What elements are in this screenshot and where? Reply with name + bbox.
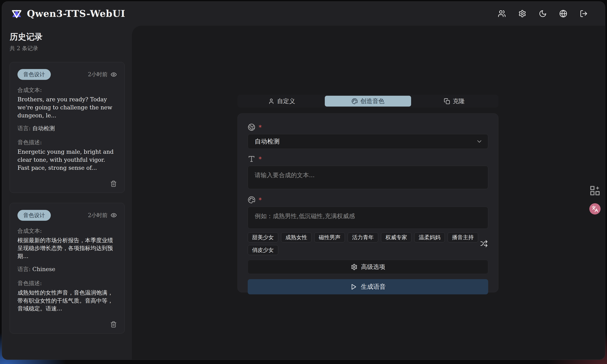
voice-tag-row: 甜美少女 成熟女性 磁性男声 活力青年 权威专家 温柔妈妈 播音主持 俏皮少女 bbox=[248, 232, 488, 255]
language-label: 语言: bbox=[17, 125, 30, 132]
tab-label: 克隆 bbox=[453, 97, 465, 105]
history-time: 2小时前 bbox=[88, 212, 108, 219]
voice-desc-input[interactable] bbox=[248, 207, 488, 229]
translate-button[interactable] bbox=[589, 203, 601, 215]
required-asterisk: * bbox=[259, 155, 262, 163]
copy-icon bbox=[444, 98, 450, 104]
mode-tabs: 自定义 创造音色 克隆 bbox=[238, 95, 498, 107]
logout-icon[interactable] bbox=[579, 9, 588, 18]
app-window: Qwen3-TTS-WebUI bbox=[2, 2, 605, 360]
language-value: Chinese bbox=[32, 266, 55, 273]
topbar-actions bbox=[497, 9, 588, 18]
generate-speech-label: 生成语音 bbox=[361, 283, 386, 291]
gear-icon bbox=[351, 264, 357, 270]
voice-desc-field-label: * bbox=[248, 195, 488, 204]
voice-desc-value: Energetic young male, bright and clear t… bbox=[17, 148, 117, 172]
voice-tag-chip[interactable]: 俏皮少女 bbox=[248, 245, 278, 255]
tab-label: 自定义 bbox=[277, 97, 295, 105]
history-card[interactable]: 音色设计 2小时前 合成文本: 根据最新的市场分析报告，本季度业绩呈现稳步增长态… bbox=[10, 203, 125, 334]
components-sparkle-icon[interactable] bbox=[589, 185, 601, 196]
history-badge: 音色设计 bbox=[17, 210, 51, 221]
eye-icon[interactable] bbox=[111, 71, 117, 78]
play-icon bbox=[350, 284, 357, 290]
tab-label: 创造音色 bbox=[360, 97, 385, 105]
translate-icon bbox=[592, 206, 598, 212]
globe-icon[interactable] bbox=[559, 9, 568, 18]
shuffle-icon[interactable] bbox=[480, 240, 488, 248]
history-badge: 音色设计 bbox=[17, 69, 51, 80]
app-logo-icon bbox=[11, 8, 23, 19]
language-select-value: 自动检测 bbox=[255, 137, 280, 146]
settings-icon[interactable] bbox=[518, 9, 527, 18]
brand: Qwen3-TTS-WebUI bbox=[11, 8, 125, 19]
voice-tag-chip[interactable]: 权威专家 bbox=[381, 232, 411, 242]
voice-desc-label: 音色描述: bbox=[17, 139, 117, 146]
chevron-down-icon bbox=[476, 138, 483, 145]
text-field-label: * bbox=[248, 155, 488, 163]
history-sidebar: 历史记录 共 2 条记录 音色设计 2小时前 合成文本: Brothers, a… bbox=[2, 26, 132, 360]
tab-create-voice[interactable]: 创造音色 bbox=[325, 96, 411, 106]
language-label: 语言: bbox=[17, 266, 30, 273]
topbar: Qwen3-TTS-WebUI bbox=[2, 2, 605, 26]
users-icon[interactable] bbox=[497, 9, 506, 18]
generate-speech-button[interactable]: 生成语音 bbox=[248, 279, 488, 294]
tts-form: * 自动检测 * * bbox=[238, 113, 498, 292]
earth-icon bbox=[248, 123, 255, 131]
voice-desc-label: 音色描述: bbox=[17, 280, 117, 287]
voice-tag-chip[interactable]: 成熟女性 bbox=[281, 232, 312, 242]
advanced-options-label: 高级选项 bbox=[361, 263, 385, 271]
voice-tag-chip[interactable]: 磁性男声 bbox=[314, 232, 345, 242]
palette-icon bbox=[352, 98, 358, 104]
required-asterisk: * bbox=[259, 123, 262, 131]
voice-tags: 甜美少女 成熟女性 磁性男声 活力青年 权威专家 温柔妈妈 播音主持 俏皮少女 bbox=[248, 232, 478, 255]
history-time: 2小时前 bbox=[88, 71, 108, 78]
language-select[interactable]: 自动检测 bbox=[248, 134, 488, 149]
voice-tag-chip[interactable]: 活力青年 bbox=[348, 232, 378, 242]
trash-icon[interactable] bbox=[110, 180, 117, 187]
tab-custom[interactable]: 自定义 bbox=[238, 96, 325, 106]
synth-text-label: 合成文本: bbox=[17, 227, 117, 235]
dark-mode-moon-icon[interactable] bbox=[538, 9, 547, 18]
voice-tag-chip[interactable]: 温柔妈妈 bbox=[414, 232, 445, 242]
synth-text-label: 合成文本: bbox=[17, 86, 117, 94]
tab-clone[interactable]: 克隆 bbox=[411, 96, 497, 106]
voice-desc-value: 成熟知性的女性声音，音色温润饱满，带有职业女性的干练气质。音高中等，音域稳定。语… bbox=[17, 289, 117, 313]
app-title: Qwen3-TTS-WebUI bbox=[27, 8, 125, 19]
history-title: 历史记录 bbox=[10, 31, 132, 42]
advanced-options-button[interactable]: 高级选项 bbox=[248, 260, 488, 274]
main-panel: 自定义 创造音色 克隆 * bbox=[132, 26, 605, 360]
synthesis-text-input[interactable] bbox=[248, 166, 488, 189]
language-field-label: * bbox=[248, 123, 488, 132]
required-asterisk: * bbox=[259, 196, 262, 204]
voice-tag-chip[interactable]: 播音主持 bbox=[448, 232, 478, 242]
history-card[interactable]: 音色设计 2小时前 合成文本: Brothers, are you ready?… bbox=[10, 62, 125, 193]
language-value: 自动检测 bbox=[32, 125, 55, 132]
voice-tag-chip[interactable]: 甜美少女 bbox=[248, 232, 278, 242]
eye-icon[interactable] bbox=[111, 212, 117, 218]
user-icon bbox=[268, 98, 274, 104]
type-icon bbox=[248, 155, 255, 163]
trash-icon[interactable] bbox=[110, 321, 117, 328]
synth-text-value: Brothers, are you ready? Today we're goi… bbox=[17, 95, 117, 119]
palette-icon bbox=[248, 196, 255, 204]
history-count: 共 2 条记录 bbox=[10, 45, 132, 52]
synth-text-value: 根据最新的市场分析报告，本季度业绩呈现稳步增长态势，各项指标均达到预期... bbox=[17, 236, 117, 260]
